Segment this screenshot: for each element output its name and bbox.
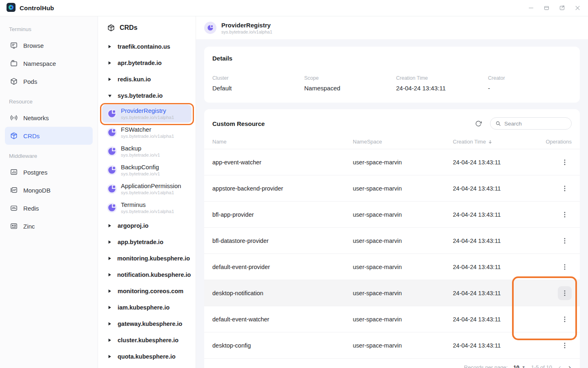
column-name[interactable]: Name (212, 139, 353, 145)
close-icon[interactable] (575, 5, 581, 11)
table-row-default-event-provider[interactable]: default-event-provideruser-space-marvin2… (204, 254, 580, 280)
crd-item-Backup[interactable]: Backupsys.bytetrade.io/v1 (102, 142, 192, 160)
resource-title: ProviderRegistry (221, 22, 272, 29)
table-row-app-event-watcher[interactable]: app-event-watcheruser-space-marvin24-04-… (204, 149, 580, 175)
cell-namespace: user-space-marvin (353, 159, 453, 166)
maximize-icon[interactable] (543, 5, 550, 11)
crd-group-quota.kubesphere.io[interactable]: quota.kubesphere.io (101, 348, 192, 365)
crd-group-traefik.containo.us[interactable]: traefik.containo.us (101, 38, 192, 55)
crd-pie-icon (107, 128, 117, 137)
cell-namespace: user-space-marvin (353, 264, 453, 270)
resource-header: ProviderRegistry sys.bytetrade.io/v1alph… (196, 16, 588, 39)
cell-creation-time: 24-04-24 13:43:11 (453, 342, 552, 349)
cell-name: appstore-backend-provider (212, 185, 353, 192)
sidebar-item-redis[interactable]: Redis (5, 199, 93, 217)
crd-group-iam.kubesphere.io[interactable]: iam.kubesphere.io (101, 299, 192, 316)
crd-item-ApplicationPermission[interactable]: ApplicationPermissionsys.bytetrade.io/v1… (102, 180, 192, 198)
sidebar-section: ResourceNetworksCRDs (5, 94, 93, 145)
caret-right-icon (108, 240, 112, 244)
search-input[interactable] (504, 121, 566, 127)
sidebar-item-postgres[interactable]: Postgres (5, 163, 93, 181)
crd-item-version: sys.bytetrade.io/v1alpha1 (121, 190, 181, 195)
sidebar-item-crds[interactable]: CRDs (5, 127, 93, 145)
crd-item-FSWatcher[interactable]: FSWatchersys.bytetrade.io/v1alpha1 (102, 123, 192, 141)
sidebar-item-pods[interactable]: Pods (5, 72, 93, 90)
cell-namespace: user-space-marvin (353, 238, 453, 244)
cell-namespace: user-space-marvin (353, 211, 453, 218)
crd-group-sys.bytetrade.io[interactable]: sys.bytetrade.io (101, 88, 192, 104)
search-box[interactable] (490, 117, 572, 130)
crd-group-label: app.bytetrade.io (118, 239, 163, 245)
details-field-value: Default (212, 85, 304, 92)
crd-group-monitoring.coreos.com[interactable]: monitoring.coreos.com (101, 283, 192, 299)
row-operations-menu-icon[interactable] (558, 155, 572, 169)
crd-group-cluster.kubesphere.io[interactable]: cluster.kubesphere.io (101, 332, 192, 348)
main-area: ProviderRegistry sys.bytetrade.io/v1alph… (196, 16, 588, 368)
caret-right-icon (108, 355, 112, 359)
titlebar: ControlHub (0, 0, 588, 16)
row-operations-menu-icon[interactable] (558, 339, 572, 352)
search-icon (495, 121, 501, 126)
crd-group-gateway.kubesphere.io[interactable]: gateway.kubesphere.io (101, 316, 192, 332)
row-operations-menu-icon[interactable] (558, 234, 572, 248)
crd-item-BackupConfig[interactable]: BackupConfigsys.bytetrade.io/v1 (102, 161, 192, 179)
sort-desc-icon[interactable] (488, 139, 492, 144)
crds-icon (10, 132, 18, 140)
prev-page-icon[interactable]: ‹ (558, 364, 562, 368)
row-operations-menu-icon[interactable] (558, 286, 572, 300)
column-creation-time[interactable]: Creation Time (453, 139, 552, 145)
table-row-bfl-datastore-provider[interactable]: bfl-datastore-provideruser-space-marvin2… (204, 228, 580, 254)
table-row-default-event-watcher[interactable]: default-event-watcheruser-space-marvin24… (204, 306, 580, 332)
redis-icon (10, 204, 18, 212)
refresh-icon[interactable] (475, 120, 482, 127)
caret-right-icon (108, 305, 112, 310)
cell-namespace: user-space-marvin (353, 342, 453, 349)
row-operations-menu-icon[interactable] (558, 312, 572, 326)
crd-item-ProviderRegistry[interactable]: ProviderRegistrysys.bytetrade.io/v1alpha… (102, 105, 192, 123)
page-size-select[interactable]: 10▼ (513, 364, 525, 368)
cell-creation-time: 24-04-24 13:43:11 (453, 211, 552, 218)
sidebar-item-mongodb[interactable]: MongoDB (5, 181, 93, 199)
row-operations-menu-icon[interactable] (558, 182, 572, 195)
sidebar-item-networks[interactable]: Networks (5, 109, 93, 127)
crd-item-version: sys.bytetrade.io/v1alpha1 (121, 134, 174, 139)
table-row-appstore-backend-provider[interactable]: appstore-backend-provideruser-space-marv… (204, 175, 580, 202)
table-header: NameNameSpaceCreation TimeOperations (204, 135, 580, 149)
crd-group-apr.bytetrade.io[interactable]: apr.bytetrade.io (101, 55, 192, 71)
postgres-icon (10, 168, 18, 176)
table-row-bfl-app-provider[interactable]: bfl-app-provideruser-space-marvin24-04-2… (204, 202, 580, 228)
details-card: Details ClusterDefaultScopeNamespacedCre… (204, 47, 580, 103)
crd-group-notification.kubesphere.io[interactable]: notification.kubesphere.io (101, 267, 192, 283)
crd-item-Terminus[interactable]: Terminussys.bytetrade.io/v1alpha1 (102, 199, 192, 217)
pods-icon (10, 77, 18, 85)
namespace-icon (10, 59, 18, 67)
sidebar-section-label: Resource (5, 94, 93, 109)
sidebar-item-browse[interactable]: Browse (5, 36, 93, 54)
cell-name: desktop-notification (212, 290, 353, 296)
sidebar-item-label: Pods (23, 78, 37, 85)
crd-group-monitoring.kubesphere.io[interactable]: monitoring.kubesphere.io (101, 250, 192, 267)
next-page-icon[interactable]: › (568, 364, 572, 368)
custom-resource-table: NameNameSpaceCreation TimeOperationsapp-… (212, 135, 572, 359)
sidebar-item-namespace[interactable]: Namespace (5, 54, 93, 72)
crd-group-argoproj.io[interactable]: argoproj.io (101, 218, 192, 234)
crd-panel-header: CRDs (101, 21, 192, 38)
column-namespace[interactable]: NameSpace (353, 139, 453, 145)
crd-group-label: notification.kubesphere.io (117, 272, 191, 278)
crd-group-app.bytetrade.io[interactable]: app.bytetrade.io (101, 234, 192, 250)
sidebar-item-zinc[interactable]: Zinc (5, 217, 93, 235)
crd-group-label: redis.kun.io (118, 76, 151, 83)
row-operations-menu-icon[interactable] (558, 260, 572, 274)
table-row-desktop-notification[interactable]: desktop-notificationuser-space-marvin24-… (204, 280, 580, 306)
crd-item-name: Backup (121, 145, 160, 152)
app-logo-icon (7, 3, 16, 13)
row-operations-menu-icon[interactable] (558, 208, 572, 222)
crd-group-redis.kun.io[interactable]: redis.kun.io (101, 71, 192, 88)
crd-group-label: monitoring.kubesphere.io (117, 255, 190, 262)
open-external-icon[interactable] (559, 5, 565, 11)
table-row-desktop-config[interactable]: desktop-configuser-space-marvin24-04-24 … (204, 332, 580, 359)
minimize-icon[interactable] (528, 5, 534, 11)
crd-item-version: sys.bytetrade.io/v1alpha1 (121, 115, 174, 120)
crd-item-name: FSWatcher (121, 126, 174, 133)
cell-namespace: user-space-marvin (353, 185, 453, 192)
